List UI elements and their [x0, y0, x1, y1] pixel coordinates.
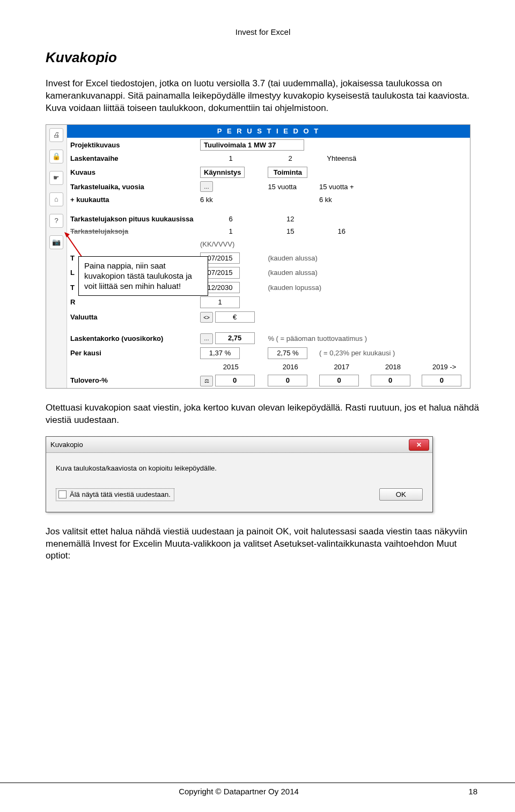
help-icon[interactable]: ? [49, 214, 63, 228]
valuutta-value[interactable]: € [215, 311, 255, 323]
kkvvvv-label: (KK/VVVV) [197, 238, 264, 251]
tarkastelu-2: 15 vuotta [264, 180, 316, 193]
hand-icon[interactable]: ☛ [49, 171, 63, 185]
label-pituus: Tarkastelujakson pituus kuukausissa [67, 213, 197, 226]
pituus-1: 6 [197, 213, 264, 226]
kuvaus-2[interactable]: Toiminta [268, 167, 307, 178]
page-footer: Copyright © Datapartner Oy 2014 18 [0, 783, 515, 797]
swap-button[interactable]: <> [200, 312, 213, 323]
dialog-title-text: Kuvakopio [50, 441, 83, 449]
ok-button[interactable]: OK [379, 488, 423, 501]
print-icon[interactable]: 🖨 [49, 128, 63, 142]
scale-button[interactable]: ⚖ [200, 376, 213, 386]
label-pluskk: + kuukautta [67, 193, 197, 206]
close-icon[interactable]: ✕ [409, 439, 429, 451]
perkausi-1: 1,37 % [200, 347, 240, 359]
tulovero-2016[interactable]: 0 [268, 375, 307, 386]
svg-marker-1 [64, 232, 70, 237]
hidden-r: R [67, 295, 197, 310]
perkausi-note: ( = 0,23% per kuukausi ) [316, 346, 470, 361]
label-perkausi: Per kausi [67, 346, 197, 361]
label-laskentavaihe: Laskentavaihe [67, 152, 197, 165]
home-icon[interactable]: ⌂ [49, 192, 63, 206]
jaksoja-1: 1 [197, 225, 264, 238]
year-2017: 2017 [316, 361, 367, 374]
perkausi-2: 2,75 % [268, 347, 307, 359]
dont-show-again-checkbox[interactable]: Älä näytä tätä viestiä uudestaan. [56, 488, 174, 501]
dots-button-2[interactable]: … [200, 333, 213, 344]
paragraph-3: Jos valitsit ettet halua nähdä viestiä u… [46, 526, 480, 563]
section-heading: Kuvakopio [46, 48, 480, 67]
year-2015: 2015 [197, 361, 264, 374]
projektikuvaus-value[interactable]: Tuulivoimala 1 MW 37 [200, 139, 304, 151]
pluskk-1: 6 kk [197, 193, 264, 206]
year-2019: 2019 -> [418, 361, 470, 374]
pituus-2: 12 [264, 213, 316, 226]
date-2-note: (kauden alussa) [264, 265, 470, 280]
footer-copyright: Copyright © Datapartner Oy 2014 [32, 786, 445, 797]
checkbox-label: Älä näytä tätä viestiä uudestaan. [70, 490, 171, 500]
page-header: Invest for Excel [46, 27, 480, 38]
year-2016: 2016 [264, 361, 316, 374]
svg-line-0 [65, 233, 83, 259]
tulovero-2015[interactable]: 0 [215, 375, 255, 386]
label-tarkasteluaika: Tarkasteluaika, vuosia [67, 180, 197, 193]
footer-page-number: 18 [445, 786, 515, 797]
callout-box: Paina nappia, niin saat kuvakopion tästä… [78, 256, 208, 296]
tarkastelu-3: 15 vuotta + [316, 180, 367, 193]
laskentavaihe-yht: Yhteensä [316, 152, 367, 165]
camera-icon[interactable]: 📷 [49, 235, 63, 249]
laskentavaihe-2: 2 [264, 152, 316, 165]
jaksoja-2: 15 [264, 225, 316, 238]
r-value[interactable]: 1 [200, 296, 240, 308]
jaksoja-3: 16 [316, 225, 367, 238]
label-tulovero: Tulovero-% [67, 373, 197, 388]
tulovero-2017[interactable]: 0 [319, 375, 359, 386]
kuvaus-1[interactable]: Käynnistys [200, 167, 245, 178]
paragraph-2: Otettuasi kuvakopion saat viestin, joka … [46, 402, 480, 427]
label-projektikuvaus: Projektikuvaus [67, 138, 197, 153]
tulovero-2018[interactable]: 0 [371, 375, 410, 386]
perustiedot-title-bar: P E R U S T I E D O T [67, 125, 470, 138]
korko-note: % ( = pääoman tuottovaatimus ) [264, 331, 470, 346]
dialog-message: Kuva taulukosta/kaaviosta on kopioitu le… [56, 464, 423, 473]
laskentavaihe-1: 1 [197, 152, 264, 165]
perustiedot-screenshot: 🖨 🔒 ☛ ⌂ ? 📷 P E R U S T I E D O T Projek… [46, 124, 470, 389]
date-1-note: (kauden alussa) [264, 251, 470, 266]
label-jaksoja: Tarkastelujaksoja [67, 225, 197, 238]
korko-value[interactable]: 2,75 [215, 332, 255, 344]
dots-button-1[interactable]: … [200, 181, 213, 192]
kuvakopio-dialog: Kuvakopio ✕ Kuva taulukosta/kaaviosta on… [46, 436, 433, 512]
lock-icon[interactable]: 🔒 [49, 150, 63, 163]
tulovero-2019[interactable]: 0 [422, 375, 461, 386]
dialog-titlebar: Kuvakopio ✕ [46, 437, 432, 453]
paragraph-1: Invest for Excel tiedostojen, jotka on l… [46, 78, 480, 115]
label-korko: Laskentakorko (vuosikorko) [67, 331, 197, 346]
checkbox-icon[interactable] [58, 490, 67, 498]
label-kuvaus: Kuvaus [67, 165, 197, 180]
date-3-note: (kauden lopussa) [264, 280, 470, 295]
year-2018: 2018 [367, 361, 419, 374]
pluskk-3: 6 kk [316, 193, 367, 206]
label-valuutta: Valuutta [67, 310, 197, 325]
